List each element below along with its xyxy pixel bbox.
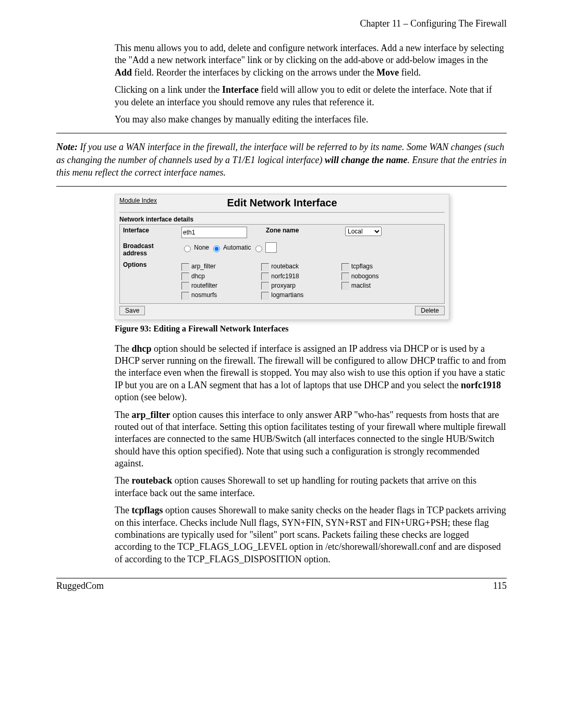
para-tcpflags: The tcpflags option causes Shorewall to … xyxy=(115,504,507,565)
checkbox-routefilter[interactable] xyxy=(181,282,189,290)
edit-interface-panel: Module Index Edit Network Interface Netw… xyxy=(115,194,449,319)
text-bold: Move xyxy=(376,67,399,78)
option-label: norfc1918 xyxy=(271,273,299,280)
text-bold: Interface xyxy=(222,84,259,95)
intro-p3: You may also make changes by manually ed… xyxy=(115,114,507,126)
checkbox-dhcp[interactable] xyxy=(181,273,189,280)
label-options: Options xyxy=(120,259,179,303)
chapter-header: Chapter 11 – Configuring The Firewall xyxy=(56,18,507,29)
text: option causes Shorewall to make sanity c… xyxy=(115,505,506,564)
interface-details-table: Interface Zone name Local Broadcast addr… xyxy=(119,224,445,303)
text: field. Reorder the interfaces by clickin… xyxy=(132,67,376,78)
text: The xyxy=(115,505,131,515)
interface-input[interactable] xyxy=(181,227,247,238)
option-label: proxyarp xyxy=(271,282,296,289)
checkbox-nosmurfs[interactable] xyxy=(181,292,189,300)
checkbox-arp_filter[interactable] xyxy=(181,263,189,271)
option-label: arp_filter xyxy=(191,263,216,270)
option-label: nosmurfs xyxy=(191,291,217,299)
broadcast-none-radio[interactable] xyxy=(184,245,191,252)
text: The xyxy=(115,475,131,486)
footer-left: RuggedCom xyxy=(56,581,104,591)
intro-p1: This menu allows you to add, delete and … xyxy=(115,42,507,79)
option-label: nobogons xyxy=(351,273,379,280)
para-dhcp: The dhcp option should be selected if in… xyxy=(115,343,507,404)
intro-p2: Clicking on a link under the Interface f… xyxy=(115,84,507,108)
figure-caption: Figure 93: Editing a Firewall Network In… xyxy=(115,324,507,334)
label-broadcast: Broadcast address xyxy=(120,240,179,259)
broadcast-automatic-radio[interactable] xyxy=(213,245,220,252)
checkbox-routeback[interactable] xyxy=(261,263,269,271)
text-bold: norfc1918 xyxy=(461,380,501,390)
module-index-link[interactable]: Module Index xyxy=(119,197,157,204)
broadcast-automatic-label: Automatic xyxy=(223,244,251,251)
text-bold: routeback xyxy=(131,475,172,486)
label-interface: Interface xyxy=(120,225,179,241)
text: The xyxy=(115,343,131,354)
text: option should be selected if interface i… xyxy=(115,343,506,390)
label-zone: Zone name xyxy=(263,225,342,241)
para-routeback: The routeback option causes Shorewall to… xyxy=(115,475,507,499)
divider xyxy=(56,133,507,133)
note-block: Note: If you use a WAN interface in the … xyxy=(56,141,507,179)
delete-button[interactable]: Delete xyxy=(415,306,445,315)
footer-divider xyxy=(56,578,507,578)
checkbox-proxyarp[interactable] xyxy=(261,282,269,290)
text: The xyxy=(115,410,131,420)
text-bold: Add xyxy=(115,67,132,78)
option-label: tcpflags xyxy=(351,263,373,270)
save-button[interactable]: Save xyxy=(119,306,145,315)
checkbox-norfc1918[interactable] xyxy=(261,273,269,280)
panel-title: Edit Network Interface xyxy=(119,197,445,209)
broadcast-custom-input[interactable] xyxy=(265,242,277,253)
text: field. xyxy=(399,67,421,78)
footer-page-number: 115 xyxy=(493,581,507,591)
options-col3: tcpflags nobogons maclist xyxy=(341,261,420,291)
divider xyxy=(119,212,445,213)
section-title: Network interface details xyxy=(119,216,445,223)
divider xyxy=(56,186,507,187)
broadcast-custom-radio[interactable] xyxy=(255,245,262,252)
broadcast-none-label: None xyxy=(194,244,209,251)
options-col2: routeback norfc1918 proxyarp logmartians xyxy=(261,261,339,301)
option-label: logmartians xyxy=(271,291,303,299)
text-bold: tcpflags xyxy=(131,505,163,515)
text-bold: arp_filter xyxy=(131,410,170,420)
text: option causes this interface to only ans… xyxy=(115,410,506,469)
option-label: dhcp xyxy=(191,273,205,280)
para-arpfilter: The arp_filter option causes this interf… xyxy=(115,409,507,470)
text: option (see below). xyxy=(115,392,187,402)
text: Clicking on a link under the xyxy=(115,84,222,95)
note-bold: will change the name xyxy=(325,155,408,165)
checkbox-nobogons[interactable] xyxy=(341,273,349,280)
text-bold: dhcp xyxy=(131,343,151,354)
option-label: maclist xyxy=(351,282,371,289)
checkbox-tcpflags[interactable] xyxy=(341,263,349,271)
note-label: Note: xyxy=(56,142,78,152)
option-label: routeback xyxy=(271,263,299,270)
options-col1: arp_filter dhcp routefilter nosmurfs xyxy=(181,261,260,301)
option-label: routefilter xyxy=(191,282,217,289)
checkbox-logmartians[interactable] xyxy=(261,292,269,300)
checkbox-maclist[interactable] xyxy=(341,282,349,290)
zone-select[interactable]: Local xyxy=(345,227,382,236)
text: This menu allows you to add, delete and … xyxy=(115,43,504,65)
